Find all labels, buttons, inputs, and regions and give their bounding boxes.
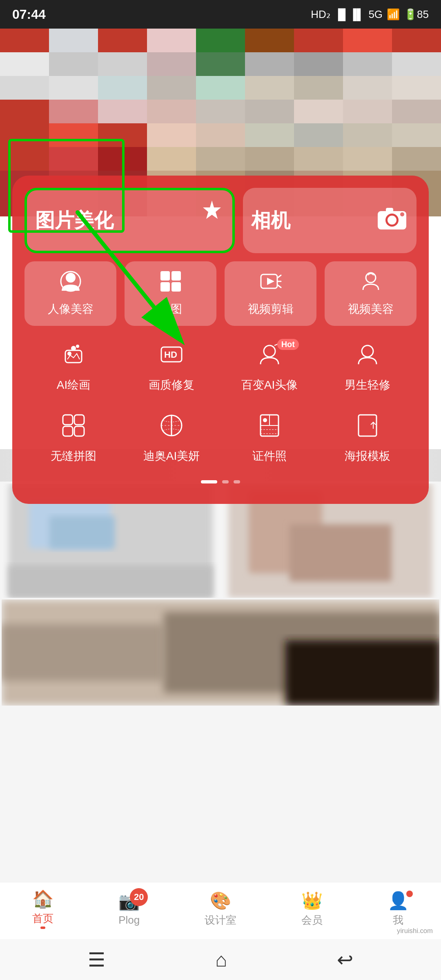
- design-icon: 🎨: [210, 891, 231, 911]
- male-retouch-item[interactable]: 男生轻修: [318, 334, 416, 401]
- nav-design-label: 设计室: [205, 913, 236, 927]
- svg-rect-18: [0, 76, 49, 100]
- dio-beauty-label: 迪奥AI美妍: [143, 448, 200, 464]
- svg-rect-22: [196, 76, 245, 100]
- hd-restore-item[interactable]: HD 画质修复: [122, 334, 220, 401]
- svg-point-90: [362, 345, 373, 357]
- collage-button[interactable]: 拼图: [125, 261, 216, 326]
- camera-icon: [376, 203, 408, 238]
- svg-rect-37: [49, 123, 98, 147]
- nav-vip[interactable]: 👑 会员: [301, 891, 323, 927]
- svg-rect-12: [147, 52, 196, 76]
- svg-rect-0: [0, 29, 49, 52]
- svg-point-68: [400, 212, 404, 216]
- svg-point-83: [71, 346, 76, 351]
- svg-rect-23: [245, 76, 294, 100]
- svg-rect-46: [49, 147, 98, 171]
- photo-beautify-button[interactable]: 图片美化: [24, 188, 235, 253]
- svg-rect-24: [294, 76, 343, 100]
- home-gesture-icon[interactable]: ⌂: [215, 949, 227, 971]
- collage-label: 拼图: [159, 301, 182, 317]
- vip-icon: 👑: [301, 891, 323, 911]
- svg-rect-74: [172, 282, 181, 292]
- svg-rect-30: [147, 100, 196, 123]
- svg-point-82: [67, 352, 71, 356]
- dot-2[interactable]: [222, 480, 229, 483]
- svg-rect-40: [196, 123, 245, 147]
- male-retouch-label: 男生轻修: [345, 377, 390, 393]
- id-photo-item[interactable]: 证件照: [220, 405, 318, 472]
- svg-rect-4: [196, 29, 245, 52]
- svg-text:HD: HD: [164, 350, 177, 360]
- nav-home[interactable]: 🏠 首页: [32, 889, 53, 929]
- ai-draw-item[interactable]: AI绘画: [24, 334, 122, 401]
- ai-avatar-item[interactable]: Hot 百变AI头像: [220, 334, 318, 401]
- poster-item[interactable]: 海报模板: [318, 405, 416, 472]
- video-beauty-icon: [360, 270, 382, 297]
- hd-restore-icon: HD: [159, 342, 184, 372]
- svg-point-69: [66, 273, 76, 283]
- svg-rect-93: [63, 426, 73, 436]
- video-edit-icon: [260, 270, 282, 297]
- status-bar: 07:44 HD₂ ▐▌▐▌ 5G 📶 🔋85: [0, 0, 441, 29]
- svg-rect-73: [160, 282, 170, 292]
- svg-point-80: [366, 273, 376, 283]
- svg-rect-16: [343, 52, 392, 76]
- signal-icon: ▐▌▐▌: [334, 8, 365, 21]
- svg-rect-41: [245, 123, 294, 147]
- svg-rect-71: [160, 271, 170, 281]
- hd-restore-label: 画质修复: [149, 377, 194, 393]
- svg-rect-19: [49, 76, 98, 100]
- svg-rect-45: [0, 147, 49, 171]
- svg-rect-27: [0, 100, 49, 123]
- svg-rect-50: [245, 147, 294, 171]
- camera-button[interactable]: 相机: [243, 188, 416, 253]
- nav-me[interactable]: 👤 我: [388, 891, 409, 927]
- wifi-icon: 📶: [387, 8, 400, 21]
- portrait-button[interactable]: 人像美容: [24, 261, 116, 326]
- app-panel: 图片美化 相机: [12, 176, 429, 504]
- seamless-collage-icon: [61, 413, 86, 443]
- hot-badge: Hot: [277, 339, 299, 350]
- svg-rect-102: [359, 415, 376, 436]
- svg-rect-36: [0, 123, 49, 147]
- tools-row-2: 无缝拼图 迪奥AI美妍: [24, 405, 416, 472]
- svg-rect-9: [0, 52, 49, 76]
- svg-rect-53: [392, 147, 441, 171]
- page-dots: [24, 480, 416, 483]
- dot-1[interactable]: [201, 480, 217, 483]
- svg-rect-7: [343, 29, 392, 52]
- id-photo-icon: [257, 413, 282, 443]
- plog-badge: 20: [130, 888, 148, 906]
- svg-rect-32: [245, 100, 294, 123]
- content-grid: [0, 482, 441, 707]
- bottom-nav: 🏠 首页 📷 Plog 20 🎨 设计室 👑 会员 👤 我: [0, 882, 441, 939]
- menu-gesture-icon[interactable]: ☰: [88, 948, 105, 971]
- svg-rect-21: [147, 76, 196, 100]
- svg-rect-48: [147, 147, 196, 171]
- dio-beauty-item[interactable]: 迪奥AI美妍: [122, 405, 220, 472]
- svg-rect-5: [245, 29, 294, 52]
- 5g-icon: 5G: [368, 8, 383, 21]
- nav-design[interactable]: 🎨 设计室: [205, 891, 236, 927]
- watermark: yiruishi.com: [397, 926, 433, 935]
- svg-rect-6: [294, 29, 343, 52]
- svg-rect-8: [392, 29, 441, 52]
- svg-rect-29: [98, 100, 147, 123]
- svg-rect-44: [392, 123, 441, 147]
- video-edit-button[interactable]: 视频剪辑: [225, 261, 316, 326]
- battery-icon: 🔋85: [404, 8, 429, 21]
- back-gesture-icon[interactable]: ↩: [337, 948, 353, 971]
- svg-rect-14: [245, 52, 294, 76]
- nav-plog[interactable]: 📷 Plog 20: [118, 891, 140, 927]
- dot-3[interactable]: [234, 480, 240, 483]
- hd-icon: HD₂: [311, 8, 330, 21]
- svg-rect-20: [98, 76, 147, 100]
- male-retouch-icon: [355, 342, 380, 372]
- ai-draw-label: AI绘画: [57, 377, 90, 393]
- ai-draw-icon: [61, 342, 86, 372]
- tools-row-1: AI绘画 HD 画质修复 Hot 百变AI头像: [24, 334, 416, 401]
- svg-rect-33: [294, 100, 343, 123]
- video-beauty-button[interactable]: 视频美容: [325, 261, 416, 326]
- seamless-collage-item[interactable]: 无缝拼图: [24, 405, 122, 472]
